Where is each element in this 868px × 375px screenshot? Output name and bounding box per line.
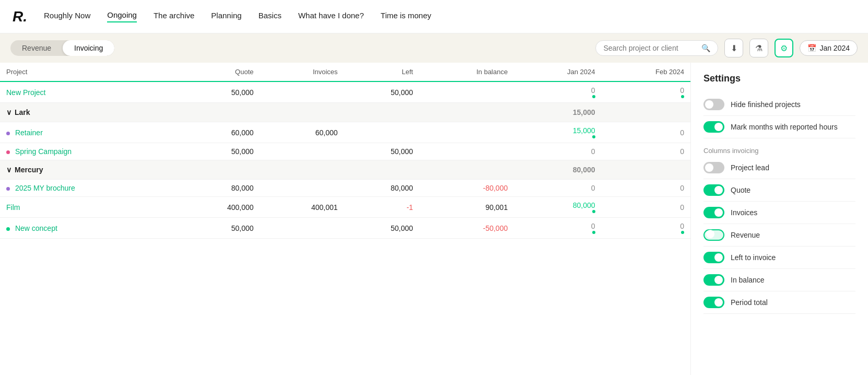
period-total-toggle[interactable] bbox=[703, 297, 724, 308]
jan-cell: 15,000 bbox=[514, 122, 601, 143]
filter-button[interactable]: ⚗ bbox=[749, 39, 768, 57]
export-icon: ⬇ bbox=[731, 43, 737, 53]
group-label: Mercury bbox=[15, 166, 43, 174]
col-revenue: Revenue bbox=[703, 224, 855, 247]
quote-cell: 400,000 bbox=[175, 197, 260, 218]
columns-section-label: Columns invoicing bbox=[703, 147, 855, 155]
revenue-tab[interactable]: Revenue bbox=[10, 40, 63, 56]
col-label: Invoices bbox=[731, 208, 757, 217]
mark-months-toggle[interactable] bbox=[703, 121, 724, 133]
project-link[interactable]: New Project bbox=[6, 88, 45, 97]
revenue-toggle[interactable] bbox=[703, 229, 724, 241]
jan-cell: 0 bbox=[514, 218, 601, 239]
toggle-slider bbox=[703, 162, 724, 173]
toggle-slider bbox=[703, 207, 724, 218]
nav-archive[interactable]: The archive bbox=[154, 11, 194, 22]
project-link[interactable]: 2025 MY brochure bbox=[15, 184, 75, 192]
view-toggle: Revenue Invoicing bbox=[10, 40, 114, 56]
balance-cell bbox=[419, 143, 514, 160]
feb-cell: 0 bbox=[602, 143, 690, 160]
group-jan: 80,000 bbox=[514, 160, 601, 180]
setting-mark-months: Mark months with reported hours bbox=[703, 116, 855, 138]
col-label: Left to invoice bbox=[731, 253, 776, 262]
col-invoices: Invoices bbox=[703, 202, 855, 224]
col-label: Revenue bbox=[731, 231, 760, 239]
quote-cell: 50,000 bbox=[175, 143, 260, 160]
col-label: In balance bbox=[731, 276, 765, 284]
group-balance bbox=[419, 160, 514, 180]
search-input[interactable] bbox=[603, 44, 697, 52]
settings-panel: Settings Hide finished projects Mark mon… bbox=[690, 63, 868, 375]
jan-cell: 0 bbox=[514, 143, 601, 160]
calendar-icon: 📅 bbox=[807, 44, 816, 52]
col-quote: Quote bbox=[703, 179, 855, 202]
balance-cell: 90,001 bbox=[419, 197, 514, 218]
project-link[interactable]: New concept bbox=[15, 224, 57, 232]
group-label: Lark bbox=[15, 108, 30, 116]
settings-title: Settings bbox=[703, 73, 855, 84]
toolbar: Revenue Invoicing 🔍 ⬇ ⚗ ⚙ 📅 Jan 2024 bbox=[0, 33, 868, 63]
left-cell: 50,000 bbox=[344, 143, 419, 160]
hide-finished-toggle[interactable] bbox=[703, 99, 724, 110]
feb-cell: 0 bbox=[602, 197, 690, 218]
table-row: New concept 50,000 50,000 -50,000 0 0 bbox=[0, 218, 690, 239]
app-logo[interactable]: R. bbox=[13, 8, 27, 25]
feb-cell: 0 bbox=[602, 81, 690, 103]
jan-cell: 80,000 bbox=[514, 197, 601, 218]
invoicing-table: Project Quote Invoices Left In balance J… bbox=[0, 63, 690, 239]
col-label: Quote bbox=[731, 186, 750, 194]
invoices-cell bbox=[260, 143, 344, 160]
table-row: New Project 50,000 50,000 0 0 bbox=[0, 81, 690, 103]
date-selector[interactable]: 📅 Jan 2024 bbox=[800, 40, 858, 56]
sliders-icon: ⚙ bbox=[780, 43, 788, 53]
toggle-slider bbox=[703, 184, 724, 196]
project-dot bbox=[6, 150, 10, 154]
hide-finished-label: Hide finished projects bbox=[731, 100, 801, 109]
col-quote: Quote bbox=[175, 63, 260, 81]
col-label: Project lead bbox=[731, 163, 769, 172]
collapse-icon[interactable]: ∨ bbox=[6, 108, 11, 116]
left-cell bbox=[344, 122, 419, 143]
table-row: 2025 MY brochure 80,000 80,000 -80,000 0… bbox=[0, 180, 690, 197]
setting-hide-finished: Hide finished projects bbox=[703, 93, 855, 116]
left-invoice-toggle[interactable] bbox=[703, 252, 724, 263]
project-dot bbox=[6, 132, 10, 135]
settings-button[interactable]: ⚙ bbox=[775, 39, 793, 57]
export-button[interactable]: ⬇ bbox=[724, 39, 743, 57]
project-dot bbox=[6, 187, 10, 191]
collapse-icon[interactable]: ∨ bbox=[6, 166, 11, 174]
nav-time-money[interactable]: Time is money bbox=[381, 11, 431, 22]
invoices-cell bbox=[260, 218, 344, 239]
date-label: Jan 2024 bbox=[819, 44, 850, 52]
nav-ongoing[interactable]: Ongoing bbox=[107, 10, 137, 22]
main-nav: R. Roughly Now Ongoing The archive Plann… bbox=[0, 0, 868, 33]
left-cell: -1 bbox=[344, 197, 419, 218]
invoices-cell: 400,001 bbox=[260, 197, 344, 218]
nav-roughly-now[interactable]: Roughly Now bbox=[44, 11, 90, 22]
nav-what-done[interactable]: What have I done? bbox=[298, 11, 364, 22]
invoicing-table-area: Project Quote Invoices Left In balance J… bbox=[0, 63, 690, 375]
project-lead-toggle[interactable] bbox=[703, 162, 724, 173]
jan-cell: 0 bbox=[514, 180, 601, 197]
project-link[interactable]: Retainer bbox=[15, 128, 43, 137]
nav-planning[interactable]: Planning bbox=[211, 11, 241, 22]
left-cell: 80,000 bbox=[344, 180, 419, 197]
quote-toggle[interactable] bbox=[703, 184, 724, 196]
invoices-toggle[interactable] bbox=[703, 207, 724, 218]
table-row: Film 400,000 400,001 -1 90,001 80,000 0 bbox=[0, 197, 690, 218]
search-box: 🔍 bbox=[595, 40, 718, 56]
project-link[interactable]: Spring Campaign bbox=[15, 147, 72, 156]
invoicing-tab[interactable]: Invoicing bbox=[63, 40, 114, 56]
group-row-lark: ∨ Lark 15,000 bbox=[0, 103, 690, 122]
col-invoices: Invoices bbox=[260, 63, 344, 81]
search-icon: 🔍 bbox=[701, 44, 710, 52]
col-left-invoice: Left to invoice bbox=[703, 247, 855, 269]
jan-cell: 0 bbox=[514, 81, 601, 103]
project-link[interactable]: Film bbox=[6, 203, 20, 212]
nav-basics[interactable]: Basics bbox=[259, 11, 281, 22]
group-jan: 15,000 bbox=[514, 103, 601, 122]
group-feb bbox=[602, 103, 690, 122]
invoices-cell bbox=[260, 180, 344, 197]
in-balance-toggle[interactable] bbox=[703, 274, 724, 286]
col-project: Project bbox=[0, 63, 175, 81]
